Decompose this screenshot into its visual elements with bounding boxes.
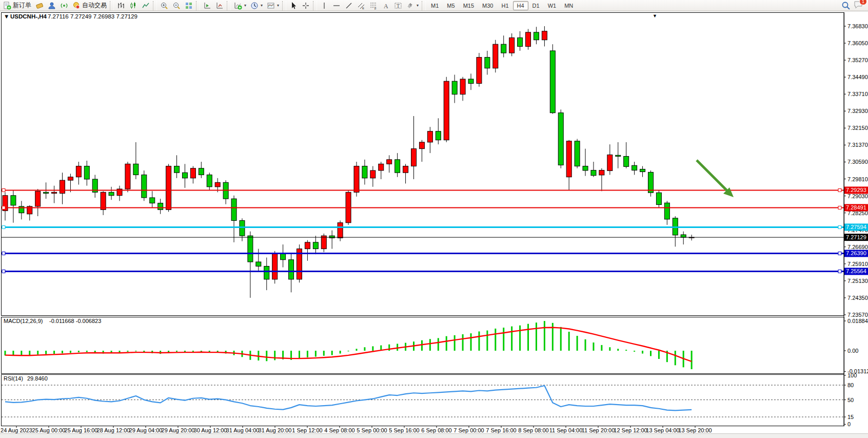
price-tick-label: 7.31370 [847, 142, 868, 148]
time-tick-label: 7 Sep 16:00 [486, 427, 516, 433]
time-tick-label: 7 Sep 00:00 [453, 427, 484, 433]
text-label-button[interactable]: T [392, 1, 404, 10]
rsi-label: RSI(14) [4, 375, 23, 382]
chart-menu-caret[interactable]: ▼ [4, 13, 9, 20]
line-handle[interactable] [2, 270, 5, 273]
zoom-in-icon [160, 2, 168, 10]
price-tick-label: 7.29810 [847, 176, 868, 182]
price-tick-label: 7.26690 [847, 244, 868, 250]
rsi-tick-label: 15 [847, 414, 854, 420]
price-tick-label: 7.25910 [847, 261, 868, 267]
candle-body [493, 44, 498, 68]
macd-pane[interactable] [2, 317, 844, 374]
line-handle[interactable] [838, 206, 841, 209]
line-handle[interactable] [838, 188, 841, 192]
candle-body [607, 155, 613, 170]
candle-body [599, 170, 604, 175]
candle-body [52, 192, 57, 193]
bar-chart-button[interactable] [115, 1, 127, 10]
timeframe-button-m1[interactable]: M1 [427, 1, 443, 10]
auto-scroll-button[interactable] [201, 1, 213, 10]
candle-body [640, 169, 645, 172]
chart-tools-button[interactable] [33, 1, 46, 10]
trendline-button[interactable] [343, 1, 355, 10]
notifications-button[interactable]: 1 [854, 0, 864, 11]
rsi-tick-label: 50 [847, 397, 854, 403]
macd-tick-label: 0.01884 [847, 318, 868, 324]
svg-text:F: F [374, 7, 377, 10]
vertical-line-button[interactable] [318, 1, 330, 10]
timeframe-button-m15[interactable]: M15 [459, 1, 478, 10]
candle-body [419, 142, 424, 149]
candle-body [395, 160, 400, 173]
time-tick-label: 29 Aug 20:00 [162, 427, 195, 433]
candle-body [338, 223, 343, 238]
candle-body [566, 141, 571, 177]
timeframe-button-h1[interactable]: H1 [497, 1, 512, 10]
candle-body [468, 79, 474, 83]
trader-profile-button[interactable] [46, 1, 58, 10]
periods-button[interactable]: ▾ [248, 1, 265, 10]
arrows-button[interactable]: ▾ [404, 1, 421, 10]
autotrade-button[interactable]: 自动交易 [70, 1, 109, 10]
tile-windows-button[interactable] [183, 1, 195, 10]
time-tick-label: 31 Aug 20:00 [259, 427, 292, 433]
timeframe-button-m30[interactable]: M30 [478, 1, 497, 10]
zoom-out-button[interactable] [170, 1, 183, 10]
price-tick-label: 7.25130 [847, 278, 868, 284]
line-handle[interactable] [2, 252, 5, 255]
candle-body [403, 166, 408, 173]
crosshair-button[interactable] [300, 1, 312, 10]
candle-body [436, 131, 441, 140]
toolbar-separator [422, 1, 426, 10]
svg-text:A: A [384, 3, 388, 10]
chart-window[interactable]: 7.368307.360507.352707.344907.337107.329… [0, 0, 868, 438]
timeframe-button-w1[interactable]: W1 [544, 1, 561, 10]
price-tag-label: 7.27594 [846, 224, 866, 230]
time-tick-label: 13 Sep 04:00 [646, 427, 679, 433]
price-tick-label: 7.32150 [847, 125, 868, 131]
candle-body [370, 170, 376, 178]
timeframe-button-h4[interactable]: H4 [513, 1, 528, 10]
candle-body [518, 37, 523, 46]
line-handle[interactable] [2, 206, 5, 209]
chart-shift-icon [215, 2, 224, 10]
search-icon[interactable] [841, 1, 851, 10]
new-order-label: 新订单 [13, 1, 31, 10]
chart-scroll-marker[interactable]: ▼ [653, 13, 657, 18]
candle-body [427, 131, 432, 142]
candle-body [501, 44, 506, 53]
signal-button[interactable] [58, 1, 70, 10]
new-order-button[interactable]: 新订单 [1, 1, 33, 10]
time-axis[interactable]: 24 Aug 202325 Aug 00:0025 Aug 16:0028 Au… [1, 426, 712, 433]
candle-body [264, 266, 269, 279]
tile-windows-icon [185, 2, 193, 10]
line-handle[interactable] [2, 225, 5, 228]
line-chart-button[interactable] [140, 1, 152, 10]
time-tick-label: 24 Aug 2023 [1, 427, 32, 433]
toolbar-separator [282, 1, 286, 10]
line-handle[interactable] [838, 252, 841, 255]
candle-body [199, 168, 204, 175]
zoom-in-button[interactable] [158, 1, 170, 10]
fibonacci-button[interactable]: F [367, 1, 380, 10]
candlestick-chart-button[interactable] [127, 1, 140, 10]
price-axis[interactable]: 7.368307.360507.352707.344907.337107.329… [844, 12, 868, 427]
rsi-pane[interactable] [2, 375, 844, 426]
candle-body [313, 242, 318, 249]
horizontal-line-button[interactable] [330, 1, 343, 10]
templates-button[interactable]: ▾ [265, 1, 281, 10]
candle-body [664, 203, 669, 219]
cursor-button[interactable] [287, 1, 300, 10]
line-handle[interactable] [838, 225, 841, 228]
text-button[interactable]: A [380, 1, 392, 10]
add-indicator-button[interactable]: ▾ [232, 1, 248, 10]
line-handle[interactable] [838, 270, 841, 273]
chart-shift-button[interactable] [213, 1, 226, 10]
timeframe-button-m5[interactable]: M5 [443, 1, 459, 10]
price-tag-label: 7.25564 [846, 268, 866, 274]
timeframe-button-d1[interactable]: D1 [528, 1, 544, 10]
line-handle[interactable] [2, 188, 5, 192]
equidistant-channel-button[interactable]: E [355, 1, 367, 10]
timeframe-button-mn[interactable]: MN [560, 1, 577, 10]
